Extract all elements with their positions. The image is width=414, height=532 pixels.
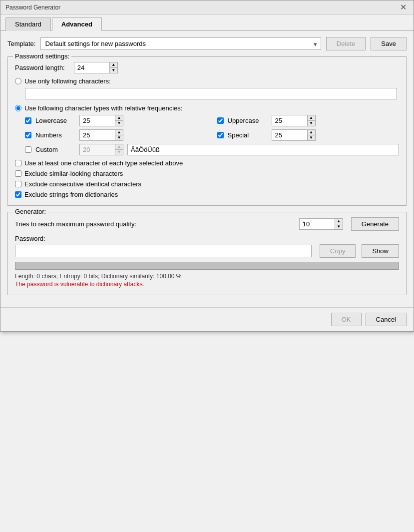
uppercase-increment[interactable]: ▲: [308, 115, 315, 120]
custom-input[interactable]: [80, 144, 115, 155]
password-generator-window: Password Generator ✕ Standard Advanced T…: [0, 0, 414, 332]
tries-increment[interactable]: ▲: [335, 219, 343, 224]
window-title: Password Generator: [5, 4, 60, 11]
password-length-spinbox[interactable]: ▲ ▼: [74, 62, 118, 73]
info-text: Length: 0 chars; Entropy: 0 bits; Dictio…: [15, 273, 399, 280]
special-label: Special: [228, 131, 268, 139]
special-increment[interactable]: ▲: [308, 130, 315, 135]
password-length-label: Password length:: [15, 64, 65, 71]
show-button[interactable]: Show: [362, 244, 399, 258]
numbers-checkbox[interactable]: [25, 132, 31, 138]
copy-button[interactable]: Copy: [320, 244, 356, 258]
numbers-spinbox[interactable]: ▲ ▼: [79, 129, 123, 141]
generate-button[interactable]: Generate: [351, 217, 399, 231]
password-row: Copy Show: [15, 244, 399, 258]
uppercase-checkbox[interactable]: [217, 117, 224, 124]
template-select-wrapper[interactable]: Default settings for new passwords: [40, 37, 321, 50]
uppercase-spinbox[interactable]: ▲ ▼: [272, 115, 316, 126]
main-content: Template: Default settings for new passw…: [0, 31, 414, 307]
custom-row: Custom ▲ ▼: [25, 144, 399, 155]
lowercase-increment[interactable]: ▲: [115, 115, 123, 120]
title-bar: Password Generator ✕: [0, 0, 414, 15]
only-chars-radio[interactable]: [15, 78, 21, 84]
at-least-one-label: Use at least one character of each type …: [24, 159, 183, 167]
numbers-label: Numbers: [35, 131, 75, 139]
tries-spinbox[interactable]: ▲ ▼: [299, 218, 343, 230]
char-types-radio[interactable]: [15, 105, 21, 111]
custom-decrement[interactable]: ▼: [115, 149, 123, 155]
template-label: Template:: [7, 40, 35, 47]
char-types-radio-label: Use following character types with relat…: [24, 104, 182, 112]
numbers-input[interactable]: [80, 130, 115, 140]
numbers-row: Numbers ▲ ▼: [25, 129, 207, 141]
lowercase-decrement[interactable]: ▼: [115, 120, 123, 126]
numbers-decrement[interactable]: ▼: [115, 135, 123, 140]
cancel-button[interactable]: Cancel: [366, 313, 407, 326]
custom-checkbox[interactable]: [25, 146, 31, 153]
lowercase-input[interactable]: [80, 115, 115, 126]
template-row: Template: Default settings for new passw…: [7, 37, 407, 50]
password-length-increment[interactable]: ▲: [110, 62, 117, 67]
uppercase-label: Uppercase: [228, 117, 268, 124]
bottom-buttons: OK Cancel: [0, 307, 414, 331]
password-settings-label: Password settings:: [13, 52, 71, 60]
tries-row: Tries to reach maximum password quality:…: [15, 217, 399, 231]
special-decrement[interactable]: ▼: [308, 135, 315, 140]
generator-group: Generator: Tries to reach maximum passwo…: [7, 212, 407, 295]
only-chars-radio-label: Use only following characters:: [24, 77, 111, 85]
char-types-radio-row: Use following character types with relat…: [15, 104, 399, 112]
password-length-decrement[interactable]: ▼: [110, 67, 117, 73]
lowercase-row: Lowercase ▲ ▼: [25, 115, 207, 126]
custom-chars-input[interactable]: [127, 144, 399, 155]
password-length-input[interactable]: [74, 62, 109, 73]
exclude-consecutive-label: Exclude consecutive identical characters: [24, 180, 141, 188]
generator-group-label: Generator:: [13, 208, 48, 215]
tries-label: Tries to reach maximum password quality:: [15, 220, 295, 228]
numbers-increment[interactable]: ▲: [115, 130, 123, 135]
exclude-dictionaries-row: Exclude strings from dictionaries: [15, 191, 399, 198]
special-spinbox[interactable]: ▲ ▼: [272, 129, 316, 141]
password-label: Password:: [15, 235, 45, 242]
special-checkbox[interactable]: [217, 132, 224, 138]
ok-button[interactable]: OK: [331, 313, 362, 326]
char-types-grid: Lowercase ▲ ▼ Uppercase: [25, 115, 399, 155]
exclude-similar-row: Exclude similar-looking characters: [15, 170, 399, 177]
warning-text: The password is vulnerable to dictionary…: [15, 281, 399, 288]
lowercase-label: Lowercase: [35, 117, 75, 124]
password-field[interactable]: [15, 245, 312, 257]
custom-label: Custom: [35, 146, 75, 153]
special-row: Special ▲ ▼: [217, 129, 400, 141]
at-least-one-checkbox[interactable]: [15, 160, 21, 166]
save-button[interactable]: Save: [371, 37, 407, 50]
only-chars-radio-row: Use only following characters:: [15, 77, 399, 85]
uppercase-input[interactable]: [272, 115, 307, 126]
custom-increment[interactable]: ▲: [115, 144, 123, 149]
tries-input[interactable]: [300, 219, 335, 229]
delete-button[interactable]: Delete: [326, 37, 366, 50]
exclude-dictionaries-checkbox[interactable]: [15, 191, 21, 198]
close-button[interactable]: ✕: [398, 3, 409, 11]
tab-bar: Standard Advanced: [0, 15, 414, 31]
exclude-consecutive-checkbox[interactable]: [15, 181, 21, 187]
custom-spinbox[interactable]: ▲ ▼: [79, 144, 123, 155]
exclude-similar-label: Exclude similar-looking characters: [24, 170, 123, 177]
password-settings-group: Password settings: Password length: ▲ ▼ …: [7, 56, 407, 206]
only-chars-input[interactable]: [25, 88, 397, 99]
at-least-one-row: Use at least one character of each type …: [15, 159, 399, 167]
tab-standard[interactable]: Standard: [5, 17, 51, 31]
special-input[interactable]: [272, 130, 307, 140]
tab-advanced[interactable]: Advanced: [52, 17, 102, 31]
lowercase-spinbox[interactable]: ▲ ▼: [79, 115, 123, 126]
password-length-spin-buttons: ▲ ▼: [109, 62, 117, 73]
tries-decrement[interactable]: ▼: [335, 224, 343, 229]
lowercase-checkbox[interactable]: [25, 117, 31, 124]
template-select[interactable]: Default settings for new passwords: [40, 37, 321, 50]
exclude-similar-checkbox[interactable]: [15, 170, 21, 177]
exclude-consecutive-row: Exclude consecutive identical characters: [15, 180, 399, 188]
password-length-row: Password length: ▲ ▼: [15, 62, 399, 73]
progress-bar-wrapper: [15, 262, 399, 270]
exclude-dictionaries-label: Exclude strings from dictionaries: [24, 191, 118, 198]
uppercase-row: Uppercase ▲ ▼: [217, 115, 400, 126]
uppercase-decrement[interactable]: ▼: [308, 120, 315, 126]
